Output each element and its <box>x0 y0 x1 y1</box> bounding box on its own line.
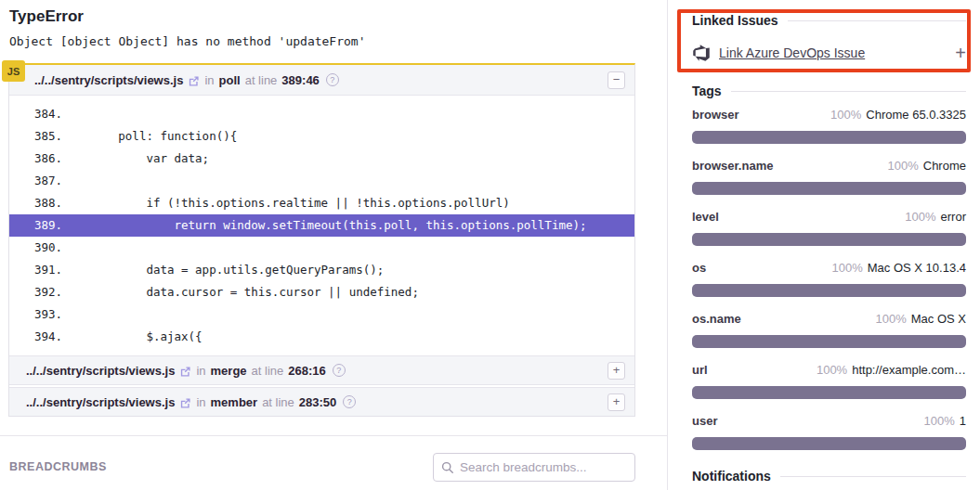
tag-progress-bar <box>692 131 966 144</box>
tag-percent: 100% <box>830 108 861 122</box>
code-line: 386. var data; <box>9 148 634 170</box>
frame-in-label: in <box>204 73 214 87</box>
help-circle-icon[interactable]: ? <box>333 364 346 377</box>
code-line: 391. data = app.utils.getQueryParams(); <box>9 259 634 281</box>
stack-frame-header[interactable]: ../../sentry/scripts/views.js in merge a… <box>9 355 634 385</box>
frame-function: poll <box>219 73 241 87</box>
issue-sidebar: Linked Issues Link Azure DevOps Issue + … <box>692 0 966 484</box>
sidebar-divider <box>667 0 668 490</box>
code-line: 392. data.cursor = this.cursor || undefi… <box>9 281 634 303</box>
tag-progress-bar <box>692 437 966 450</box>
frame-atline-label: at line <box>262 395 294 409</box>
code-line: 388. if (!this.options.realtime || !this… <box>9 192 634 214</box>
tag-name: os <box>692 261 706 275</box>
tag-row[interactable]: browser.name 100%Chrome <box>692 159 966 195</box>
platform-js-badge: JS <box>2 60 25 82</box>
tag-percent: 100% <box>876 312 907 326</box>
stack-frame-header[interactable]: ../../sentry/scripts/views.js in poll at… <box>9 65 634 96</box>
frame-atline-label: at line <box>252 364 284 378</box>
tag-name: os.name <box>692 312 741 326</box>
code-line: 389. return window.setTimeout(this.poll,… <box>9 214 634 237</box>
tags-list: browser 100%Chrome 65.0.3325 browser.nam… <box>692 108 966 450</box>
tag-progress-bar <box>692 233 966 246</box>
frame-line-number: 283:50 <box>299 395 336 409</box>
frame-line-number: 268:16 <box>288 364 325 378</box>
stacktrace-box: ../../sentry/scripts/views.js in poll at… <box>8 63 635 417</box>
search-icon <box>441 461 454 474</box>
tag-row[interactable]: url 100%http://example.com… <box>692 363 966 399</box>
tag-row[interactable]: user 100%1 <box>692 414 966 450</box>
add-linked-issue-button[interactable]: + <box>955 44 966 62</box>
tag-name: url <box>692 363 708 377</box>
expand-frame-button[interactable]: + <box>608 393 625 411</box>
help-circle-icon[interactable]: ? <box>326 73 339 86</box>
tag-row[interactable]: level 100%error <box>692 210 966 246</box>
external-link-icon[interactable] <box>179 366 191 378</box>
error-message: Object [object Object] has no method 'up… <box>9 34 366 48</box>
tag-progress-bar <box>692 284 966 297</box>
tag-value: http://example.com… <box>852 363 966 377</box>
tag-row[interactable]: os 100%Mac OS X 10.13.4 <box>692 261 966 297</box>
search-input[interactable] <box>460 460 627 474</box>
azure-devops-icon <box>692 44 711 62</box>
breadcrumbs-heading: BREADCRUMBS <box>9 460 107 473</box>
tag-name: level <box>692 210 719 224</box>
code-line: 385. poll: function(){ <box>9 125 634 148</box>
code-line: 384. <box>9 103 634 125</box>
tag-name: browser.name <box>692 159 773 173</box>
tag-value: Mac OS X 10.13.4 <box>868 261 966 275</box>
source-code-context: 384.385. poll: function(){386. var data;… <box>9 96 634 355</box>
collapse-frame-button[interactable]: − <box>608 71 625 89</box>
tag-value: Chrome 65.0.3325 <box>866 108 966 122</box>
section-divider <box>0 435 667 436</box>
breadcrumbs-search[interactable] <box>433 453 635 482</box>
tag-row[interactable]: os.name 100%Mac OS X <box>692 312 966 348</box>
tag-value: Mac OS X <box>911 312 966 326</box>
tag-percent: 100% <box>817 363 847 377</box>
frame-in-label: in <box>196 364 205 378</box>
frame-filename: ../../sentry/scripts/views.js <box>34 73 183 87</box>
tag-row[interactable]: browser 100%Chrome 65.0.3325 <box>692 108 966 144</box>
tag-value: error <box>941 210 966 224</box>
tag-percent: 100% <box>905 210 935 224</box>
tag-percent: 100% <box>888 159 919 173</box>
link-azure-devops-link[interactable]: Link Azure DevOps Issue <box>719 45 865 60</box>
linked-issues-heading: Linked Issues <box>692 13 966 28</box>
code-line: 393. <box>9 303 634 326</box>
tag-name: user <box>692 414 717 428</box>
tag-progress-bar <box>692 182 966 195</box>
expand-frame-button[interactable]: + <box>608 362 625 380</box>
help-circle-icon[interactable]: ? <box>343 395 356 408</box>
error-title: TypeError <box>9 7 84 26</box>
frame-filename: ../../sentry/scripts/views.js <box>26 364 175 378</box>
tag-value: Chrome <box>923 159 966 173</box>
code-line: 390. <box>9 237 634 259</box>
frame-atline-label: at line <box>245 73 278 87</box>
frame-function: merge <box>211 364 247 378</box>
tag-value: 1 <box>960 414 966 428</box>
stack-frame-header[interactable]: ../../sentry/scripts/views.js in member … <box>9 387 634 416</box>
tag-progress-bar <box>692 335 966 348</box>
code-line: 387. <box>9 170 634 192</box>
frame-line-number: 389:46 <box>281 73 319 87</box>
frame-function: member <box>211 395 258 409</box>
external-link-icon[interactable] <box>188 75 200 87</box>
tag-percent: 100% <box>924 414 955 428</box>
tag-progress-bar <box>692 386 966 399</box>
tag-percent: 100% <box>832 261 863 275</box>
frame-filename: ../../sentry/scripts/views.js <box>26 395 175 409</box>
tag-name: browser <box>692 108 739 122</box>
tags-heading: Tags <box>692 84 966 98</box>
notifications-heading: Notifications <box>692 469 966 484</box>
link-azure-devops-row[interactable]: Link Azure DevOps Issue + <box>692 42 966 64</box>
frame-in-label: in <box>196 395 205 409</box>
external-link-icon[interactable] <box>179 397 191 409</box>
code-line: 394. $.ajax({ <box>9 326 634 348</box>
